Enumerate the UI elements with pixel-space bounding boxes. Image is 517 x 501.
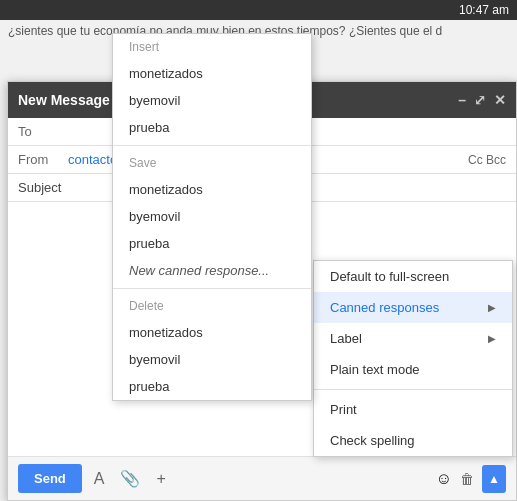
menu-item-print[interactable]: Print [314, 394, 512, 425]
insert-monetizados[interactable]: monetizados [113, 60, 311, 87]
delete-section-label: Delete [113, 293, 311, 319]
compose-header-actions: – ⤢ ✕ [458, 92, 506, 108]
menu-item-label[interactable]: Label ▶ [314, 323, 512, 354]
delete-prueba[interactable]: prueba [113, 373, 311, 400]
canned-responses-submenu: Insert monetizados byemovil prueba Save … [112, 33, 312, 401]
attach-button[interactable]: 📎 [116, 465, 144, 492]
more-options-button[interactable]: ▲ [482, 465, 506, 493]
send-button[interactable]: Send [18, 464, 82, 493]
label-arrow: ▶ [488, 333, 496, 344]
insert-prueba[interactable]: prueba [113, 114, 311, 141]
menu-item-canned-responses[interactable]: Canned responses ▶ [314, 292, 512, 323]
sub-menu-divider-1 [113, 145, 311, 146]
delete-monetizados[interactable]: monetizados [113, 319, 311, 346]
cc-bcc[interactable]: Cc Bcc [468, 153, 506, 167]
from-label: From [18, 152, 68, 167]
menu-divider [314, 389, 512, 390]
compose-footer: Send A 📎 + ☺ 🗑 ▲ [8, 456, 516, 500]
insert-section-label: Insert [113, 34, 311, 60]
delete-byemovil[interactable]: byemovil [113, 346, 311, 373]
formatting-button[interactable]: A [90, 466, 109, 492]
right-context-menu: Default to full-screen Canned responses … [313, 260, 513, 457]
expand-button[interactable]: ⤢ [474, 92, 486, 108]
minimize-button[interactable]: – [458, 92, 466, 108]
menu-item-plain-text[interactable]: Plain text mode [314, 354, 512, 385]
insert-byemovil[interactable]: byemovil [113, 87, 311, 114]
background-area: ¿sientes que tu economía no anda muy bie… [0, 20, 517, 501]
to-label: To [18, 124, 68, 139]
sub-menu-divider-2 [113, 288, 311, 289]
top-bar: 10:47 am [0, 0, 517, 20]
close-button[interactable]: ✕ [494, 92, 506, 108]
canned-responses-arrow: ▶ [488, 302, 496, 313]
menu-item-check-spelling[interactable]: Check spelling [314, 425, 512, 456]
new-canned-response[interactable]: New canned response... [113, 257, 311, 284]
compose-title: New Message [18, 92, 110, 108]
save-section-label: Save [113, 150, 311, 176]
insert-button[interactable]: + [152, 466, 169, 492]
save-prueba[interactable]: prueba [113, 230, 311, 257]
trash-button[interactable]: 🗑 [460, 471, 474, 487]
save-byemovil[interactable]: byemovil [113, 203, 311, 230]
subject-label: Subject [18, 180, 61, 195]
emoji-button[interactable]: ☺ [436, 470, 452, 488]
save-monetizados[interactable]: monetizados [113, 176, 311, 203]
time-display: 10:47 am [459, 3, 509, 17]
menu-item-default-fullscreen[interactable]: Default to full-screen [314, 261, 512, 292]
